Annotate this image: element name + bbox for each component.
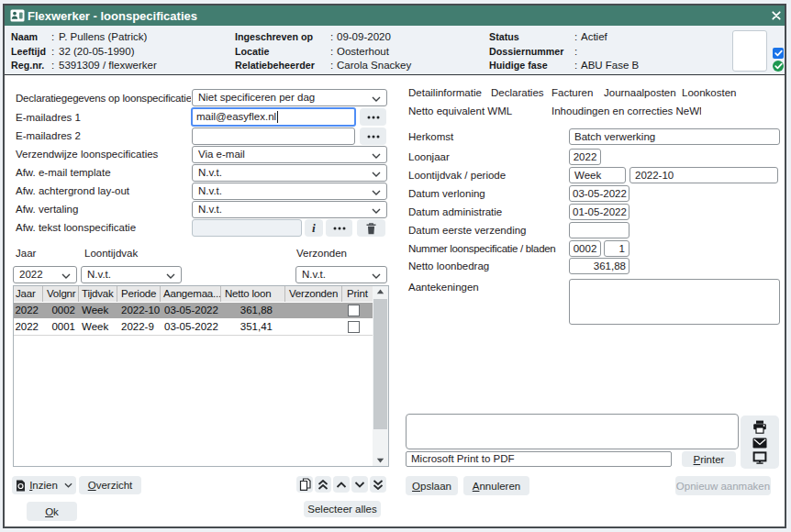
bladen-input[interactable]: 1 — [604, 240, 629, 257]
herkomst-input[interactable]: Batch verwerking — [569, 128, 780, 145]
move-up-button[interactable] — [333, 476, 350, 493]
declaratie-select[interactable]: Niet specificeren per dag — [192, 89, 387, 106]
tab-inhoudingen-correcties[interactable]: Inhoudingen en correcties NeWML — [551, 105, 701, 118]
periode-input[interactable]: 2022-10 — [629, 167, 778, 183]
email-template-label: Afw. e-mail template — [16, 166, 111, 180]
inzien-button[interactable]: Inzien — [12, 476, 76, 494]
email2-input[interactable] — [192, 127, 355, 145]
ingeschreven-value: 09-09-2020 — [337, 30, 391, 44]
aantekeningen-label: Aantekeningen — [408, 281, 479, 294]
tab-journaalposten[interactable]: Journaalposten — [604, 86, 677, 100]
relatiebeheerder-value: Carola Snackey — [337, 59, 411, 72]
move-bottom-button[interactable] — [370, 476, 386, 493]
col-volgnr[interactable]: Volgnr — [43, 286, 79, 302]
col-aangemaakt[interactable]: Aangemaa... — [161, 286, 221, 302]
print-cell — [342, 303, 372, 318]
annuleren-button[interactable]: Annuleren — [463, 476, 529, 495]
aantekeningen-textarea[interactable] — [569, 279, 780, 325]
scroll-down-icon[interactable] — [376, 458, 384, 463]
print-checkbox[interactable] — [348, 305, 360, 316]
email1-more-button[interactable] — [360, 108, 386, 126]
header-checkbox[interactable] — [773, 48, 784, 59]
netto-loonbedrag-input[interactable]: 361,88 — [569, 258, 629, 274]
checkmark-icon — [774, 50, 783, 57]
opnieuw-aanmaken-button[interactable]: Opnieuw aanmaken — [675, 476, 771, 495]
col-tijdvak[interactable]: Tijdvak — [79, 286, 117, 302]
nummer-bladen-label: Nummer loonspecificatie / bladen — [408, 242, 555, 256]
email-template-select[interactable]: N.v.t. — [192, 164, 387, 182]
table-scrollbar[interactable] — [373, 286, 388, 466]
move-top-button[interactable] — [315, 476, 331, 493]
chevron-down-icon — [61, 273, 71, 279]
filter-verzonden-label: Verzonden — [296, 247, 347, 260]
colon: : — [51, 59, 54, 72]
datum-administratie-label: Datum administratie — [408, 205, 502, 219]
col-netto-loon[interactable]: Netto loon — [221, 286, 285, 302]
datum-eerste-verzending-input[interactable] — [569, 222, 629, 238]
tab-loonkosten[interactable]: Loonkosten — [682, 86, 736, 100]
printer-icon[interactable] — [752, 420, 767, 434]
table-row[interactable]: 2022 0002 Week 2022-10 03-05-2022 361,88 — [14, 303, 373, 318]
achtergrond-select[interactable]: N.v.t. — [192, 183, 387, 200]
tab-declaraties[interactable]: Declaraties — [491, 86, 544, 100]
envelope-icon[interactable] — [752, 438, 767, 449]
nummer-input[interactable]: 0002 — [569, 240, 601, 257]
monitor-icon[interactable] — [752, 451, 767, 464]
tab-netto-equivalent-wml[interactable]: Netto equivalent WML — [408, 105, 512, 118]
verzendwijze-select[interactable]: Via e-mail — [192, 146, 387, 163]
text-caret — [277, 111, 278, 123]
filter-verzonden-select[interactable]: N.v.t. — [295, 266, 387, 283]
printer-button[interactable]: Printer — [682, 451, 736, 467]
loonjaar-input[interactable]: 2022 — [569, 149, 601, 165]
scrollbar-thumb[interactable] — [373, 299, 387, 429]
filter-loontijdvak-select[interactable]: N.v.t. — [81, 266, 182, 283]
tab-detailinformatie[interactable]: Detailinformatie — [408, 86, 483, 100]
ok-button[interactable]: Ok — [27, 502, 77, 521]
selecteer-alles-button[interactable]: Selecteer alles — [304, 501, 381, 517]
tab-facturen[interactable]: Facturen — [551, 86, 593, 100]
checkmark-icon — [774, 62, 783, 70]
document-preview-icon — [16, 480, 26, 492]
filter-jaar-select[interactable]: 2022 — [13, 266, 77, 283]
datum-verloning-label: Datum verloning — [408, 187, 485, 201]
scroll-up-icon[interactable] — [376, 289, 384, 294]
chevron-down-icon — [166, 273, 175, 279]
colon: : — [51, 45, 54, 59]
close-icon[interactable] — [772, 11, 781, 20]
loontijdvak-input[interactable]: Week — [569, 167, 626, 183]
overzicht-button[interactable]: Overzicht — [79, 476, 141, 494]
printer-name-input[interactable]: Microsoft Print to PDF — [406, 451, 672, 467]
info-icon: i — [312, 221, 316, 236]
loonjaar-label: Loonjaar — [408, 150, 450, 164]
ellipsis-icon — [333, 227, 346, 230]
col-periode[interactable]: Periode — [117, 286, 161, 302]
datum-administratie-input[interactable]: 01-05-2022 — [569, 204, 629, 220]
col-print[interactable]: Print — [342, 286, 372, 302]
huidige-fase-label: Huidige fase — [489, 59, 548, 72]
chevron-down-icon — [372, 96, 381, 102]
col-jaar[interactable]: Jaar — [14, 286, 43, 302]
print-checkbox[interactable] — [348, 321, 360, 333]
dossiernummer-label: Dossiernummer — [489, 45, 563, 59]
double-chevron-up-icon — [318, 480, 329, 490]
chevron-down-icon — [372, 153, 381, 159]
verzendwijze-label: Verzendwijze loonspecificaties — [16, 148, 158, 161]
email1-input[interactable]: mail@easyflex.nl — [191, 107, 356, 127]
tekst-info-button[interactable]: i — [305, 219, 323, 237]
copy-icon — [299, 478, 311, 491]
email2-more-button[interactable] — [360, 127, 386, 145]
datum-verloning-input[interactable]: 03-05-2022 — [569, 185, 629, 202]
ingeschreven-label: Ingeschreven op — [235, 30, 313, 44]
title-bar[interactable]: Flexwerker - loonspecificaties — [5, 6, 785, 26]
tekst-more-button[interactable] — [326, 219, 352, 237]
opslaan-button[interactable]: Opslaan — [406, 476, 458, 495]
trash-icon — [365, 222, 377, 235]
print-output-box — [406, 414, 739, 449]
move-down-button[interactable] — [351, 476, 368, 493]
window-title: Flexwerker - loonspecificaties — [28, 9, 197, 23]
copy-button[interactable] — [296, 476, 313, 493]
col-verzonden[interactable]: Verzonden — [285, 286, 342, 302]
tekst-delete-button[interactable] — [357, 219, 385, 237]
vertaling-select[interactable]: N.v.t. — [192, 201, 387, 218]
table-row[interactable]: 2022 0001 Week 2022-9 03-05-2022 351,41 — [14, 319, 373, 336]
